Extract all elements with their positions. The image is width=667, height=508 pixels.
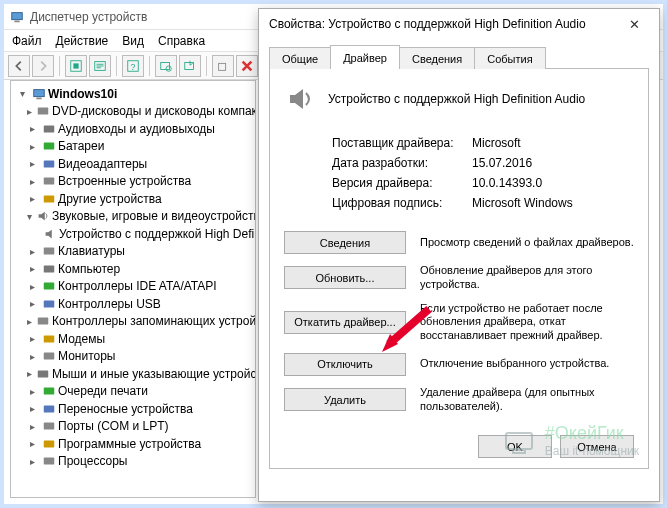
device-icon bbox=[42, 419, 56, 433]
tree-item[interactable]: ▸Переносные устройства bbox=[13, 400, 253, 418]
svg-rect-27 bbox=[44, 388, 55, 395]
tab-general[interactable]: Общие bbox=[269, 47, 331, 69]
value-provider: Microsoft bbox=[472, 136, 521, 150]
device-manager-icon bbox=[10, 10, 24, 24]
driver-details-button[interactable]: Сведения bbox=[284, 231, 406, 254]
chevron-right-icon[interactable]: ▸ bbox=[27, 141, 38, 152]
chevron-right-icon[interactable]: ▸ bbox=[27, 123, 38, 134]
chevron-right-icon[interactable]: ▸ bbox=[27, 263, 38, 274]
label-provider: Поставщик драйвера: bbox=[332, 136, 472, 150]
tree-item[interactable]: ▸Программные устройства bbox=[13, 435, 253, 453]
tree-item-label: Контроллеры USB bbox=[58, 297, 161, 311]
chevron-right-icon[interactable]: ▸ bbox=[27, 438, 38, 449]
svg-rect-17 bbox=[44, 178, 55, 185]
chevron-right-icon[interactable]: ▸ bbox=[27, 351, 38, 362]
tree-item[interactable]: ▸Мыши и иные указывающие устройства bbox=[13, 365, 253, 383]
tree-root-label: Windows10i bbox=[48, 87, 117, 101]
uninstall-driver-desc: Удаление драйвера (для опытных пользоват… bbox=[420, 386, 634, 414]
chevron-right-icon[interactable]: ▸ bbox=[27, 333, 38, 344]
main-title: Диспетчер устройств bbox=[30, 10, 147, 24]
device-tree[interactable]: ▾ Windows10i ▸DVD-дисководы и дисководы … bbox=[10, 80, 256, 498]
tree-item[interactable]: ▸Аудиовходы и аудиовыходы bbox=[13, 120, 253, 138]
tree-item[interactable]: ▸Батареи bbox=[13, 138, 253, 156]
tree-item[interactable]: ▸Контроллеры USB bbox=[13, 295, 253, 313]
tab-details[interactable]: Сведения bbox=[399, 47, 475, 69]
tree-item-sound[interactable]: ▾ Звуковые, игровые и видеоустройства bbox=[13, 208, 253, 226]
chevron-right-icon[interactable]: ▸ bbox=[27, 316, 32, 327]
toolbar-show-hidden[interactable] bbox=[65, 55, 87, 77]
device-icon bbox=[36, 367, 50, 381]
cancel-button[interactable]: Отмена bbox=[560, 435, 634, 458]
chevron-down-icon[interactable]: ▾ bbox=[27, 211, 32, 222]
svg-rect-29 bbox=[44, 423, 55, 430]
chevron-right-icon[interactable]: ▸ bbox=[27, 176, 38, 187]
tree-item[interactable]: ▸Модемы bbox=[13, 330, 253, 348]
chevron-right-icon[interactable]: ▸ bbox=[27, 246, 38, 257]
tree-item-hd-audio[interactable]: Устройство с поддержкой High Definition … bbox=[13, 225, 253, 243]
device-icon bbox=[42, 174, 56, 188]
device-icon bbox=[42, 437, 56, 451]
tree-item[interactable]: ▸Видеоадаптеры bbox=[13, 155, 253, 173]
tree-item-label: Видеоадаптеры bbox=[58, 157, 147, 171]
tree-item-label: Контроллеры запоминающих устройств bbox=[52, 314, 256, 328]
chevron-right-icon[interactable]: ▸ bbox=[27, 298, 38, 309]
computer-icon bbox=[32, 87, 46, 101]
label-signer: Цифровая подпись: bbox=[332, 196, 472, 210]
rollback-driver-button[interactable]: Откатить драйвер... bbox=[284, 311, 406, 334]
tree-item-label: Мыши и иные указывающие устройства bbox=[52, 367, 256, 381]
tree-item-label: Модемы bbox=[58, 332, 105, 346]
toolbar-properties[interactable] bbox=[89, 55, 111, 77]
tree-item[interactable]: ▸Контроллеры IDE ATA/ATAPI bbox=[13, 278, 253, 296]
tree-item[interactable]: ▸Мониторы bbox=[13, 348, 253, 366]
tree-item-label: Мониторы bbox=[58, 349, 115, 363]
chevron-right-icon[interactable]: ▸ bbox=[27, 368, 32, 379]
chevron-right-icon[interactable]: ▸ bbox=[27, 106, 32, 117]
tree-item[interactable]: ▸DVD-дисководы и дисководы компакт-диско… bbox=[13, 103, 253, 121]
chevron-right-icon[interactable]: ▸ bbox=[27, 421, 38, 432]
chevron-right-icon[interactable]: ▸ bbox=[27, 403, 38, 414]
toolbar-help[interactable]: ? bbox=[122, 55, 144, 77]
tree-item[interactable]: ▸Клавиатуры bbox=[13, 243, 253, 261]
device-name: Устройство с поддержкой High Definition … bbox=[328, 92, 585, 106]
svg-rect-21 bbox=[44, 283, 55, 290]
chevron-right-icon[interactable]: ▸ bbox=[27, 456, 38, 467]
device-icon bbox=[42, 454, 56, 468]
toolbar-back[interactable] bbox=[8, 55, 30, 77]
uninstall-driver-button[interactable]: Удалить bbox=[284, 388, 406, 411]
menu-help[interactable]: Справка bbox=[158, 34, 205, 48]
tree-item[interactable]: ▸Порты (COM и LPT) bbox=[13, 418, 253, 436]
tree-item-label: Контроллеры IDE ATA/ATAPI bbox=[58, 279, 217, 293]
value-date: 15.07.2016 bbox=[472, 156, 532, 170]
tree-item[interactable]: ▸Контроллеры запоминающих устройств bbox=[13, 313, 253, 331]
toolbar-uninstall[interactable] bbox=[212, 55, 234, 77]
menu-file[interactable]: Файл bbox=[12, 34, 42, 48]
device-icon bbox=[42, 279, 56, 293]
toolbar-forward[interactable] bbox=[32, 55, 54, 77]
menu-action[interactable]: Действие bbox=[56, 34, 109, 48]
tree-item[interactable]: ▸Компьютер bbox=[13, 260, 253, 278]
device-icon bbox=[36, 104, 50, 118]
toolbar-disable[interactable] bbox=[236, 55, 258, 77]
toolbar-update[interactable] bbox=[179, 55, 201, 77]
chevron-down-icon[interactable]: ▾ bbox=[17, 88, 28, 99]
chevron-right-icon[interactable]: ▸ bbox=[27, 158, 38, 169]
tree-item[interactable]: ▸Встроенные устройства bbox=[13, 173, 253, 191]
tab-driver[interactable]: Драйвер bbox=[330, 45, 400, 69]
ok-button[interactable]: OK bbox=[478, 435, 552, 458]
tree-item[interactable]: ▸Очереди печати bbox=[13, 383, 253, 401]
tab-events[interactable]: События bbox=[474, 47, 545, 69]
chevron-right-icon[interactable]: ▸ bbox=[27, 193, 38, 204]
update-driver-button[interactable]: Обновить... bbox=[284, 266, 406, 289]
tree-item[interactable]: ▸Процессоры bbox=[13, 453, 253, 471]
svg-rect-24 bbox=[44, 335, 55, 342]
device-icon bbox=[42, 384, 56, 398]
chevron-right-icon[interactable]: ▸ bbox=[27, 386, 38, 397]
disable-device-button[interactable]: Отключить bbox=[284, 353, 406, 376]
menu-view[interactable]: Вид bbox=[122, 34, 144, 48]
update-driver-desc: Обновление драйверов для этого устройств… bbox=[420, 264, 634, 292]
chevron-right-icon[interactable]: ▸ bbox=[27, 281, 38, 292]
toolbar-scan[interactable] bbox=[155, 55, 177, 77]
close-button[interactable]: ✕ bbox=[619, 13, 649, 35]
tree-root[interactable]: ▾ Windows10i bbox=[13, 85, 253, 103]
tree-item[interactable]: ▸Другие устройства bbox=[13, 190, 253, 208]
